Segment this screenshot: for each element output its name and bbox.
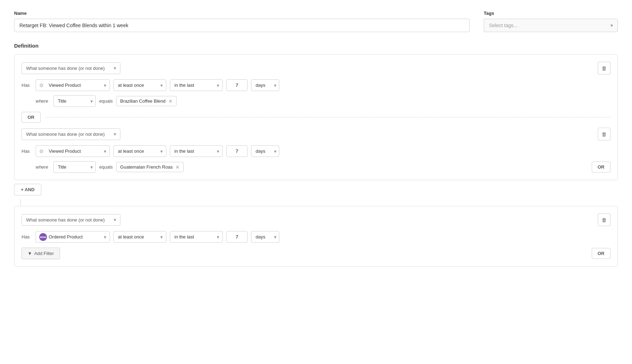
time-select-1[interactable]: in the last: [170, 79, 223, 91]
add-filter-label: Add Filter: [34, 251, 54, 256]
and-button[interactable]: + AND: [14, 184, 41, 195]
has-label-1: Has: [22, 83, 32, 88]
unit-select-1-wrap: days: [251, 79, 279, 91]
or-divider-line-1: [46, 117, 611, 117]
value-tag-text-1: Brazilian Coffee Blend: [120, 98, 165, 104]
what-done-select-2-wrap: What someone has done (or not done): [22, 128, 120, 140]
or-button-2-right[interactable]: OR: [592, 162, 611, 172]
unit-select-3[interactable]: days: [251, 231, 279, 243]
time-select-2[interactable]: in the last: [170, 145, 223, 157]
has-row-3: Has woo Ordered Product at least once in…: [22, 231, 610, 243]
add-filter-button[interactable]: ▼ Add Filter: [22, 248, 60, 259]
title-select-2[interactable]: Title: [53, 161, 96, 173]
condition-group-1: What someone has done (or not done) 🗑 Ha…: [14, 54, 618, 180]
where-label-1: where: [36, 98, 50, 104]
where-label-2: where: [36, 164, 50, 170]
delete-block-3-button[interactable]: 🗑: [598, 213, 610, 226]
name-label: Name: [14, 11, 470, 16]
value-tag-1: Brazilian Coffee Blend ✕: [116, 96, 176, 106]
where-row-1: where Title equals Brazilian Coffee Blen…: [36, 95, 610, 107]
time-select-1-wrap: in the last: [170, 79, 223, 91]
has-row-2: Has ⚙ Viewed Product at least once in th…: [22, 145, 610, 157]
freq-select-1[interactable]: at least once: [113, 79, 166, 91]
time-select-3[interactable]: in the last: [170, 231, 223, 243]
event-select-3[interactable]: Ordered Product: [36, 231, 110, 243]
trash-icon: 🗑: [602, 65, 607, 71]
time-select-2-wrap: in the last: [170, 145, 223, 157]
freq-select-2[interactable]: at least once: [113, 145, 166, 157]
freq-select-1-wrap: at least once: [113, 79, 166, 91]
freq-select-3[interactable]: at least once: [113, 231, 166, 243]
delete-block-1-button[interactable]: 🗑: [598, 62, 610, 74]
value-tag-close-2[interactable]: ✕: [175, 165, 180, 170]
value-tag-2: Guatemalan French Roas ✕: [116, 162, 184, 172]
event-select-1[interactable]: Viewed Product: [36, 79, 110, 91]
equals-label-2: equals: [99, 164, 113, 170]
has-label-3: Has: [22, 234, 32, 239]
title-select-1-wrap: Title: [53, 95, 96, 107]
number-input-2[interactable]: [226, 145, 248, 157]
tags-select[interactable]: Select tags...: [484, 19, 618, 32]
event-select-3-wrap: woo Ordered Product: [36, 231, 110, 243]
event-select-2-wrap: ⚙ Viewed Product: [36, 145, 110, 157]
trash-icon-3: 🗑: [602, 217, 607, 223]
or-button-1[interactable]: OR: [22, 112, 41, 123]
or-button-3-right[interactable]: OR: [592, 248, 611, 259]
and-connector: [20, 199, 21, 206]
condition-group-2: What someone has done (or not done) 🗑 Ha…: [14, 206, 618, 267]
where-row-2: where Title equals Guatemalan French Roa…: [36, 161, 184, 173]
filter-icon: ▼: [28, 251, 32, 256]
bottom-row-3: ▼ Add Filter OR: [22, 248, 610, 259]
number-input-3[interactable]: [226, 231, 248, 243]
what-done-select-2[interactable]: What someone has done (or not done): [22, 128, 120, 140]
trash-icon-2: 🗑: [602, 131, 607, 137]
freq-select-3-wrap: at least once: [113, 231, 166, 243]
title-select-1[interactable]: Title: [53, 95, 96, 107]
title-select-2-wrap: Title: [53, 161, 96, 173]
what-done-select-1-wrap: What someone has done (or not done): [22, 62, 120, 74]
unit-select-2[interactable]: days: [251, 145, 279, 157]
freq-select-2-wrap: at least once: [113, 145, 166, 157]
what-done-select-3[interactable]: What someone has done (or not done): [22, 214, 120, 226]
number-input-1[interactable]: [226, 79, 248, 91]
unit-select-3-wrap: days: [251, 231, 279, 243]
unit-select-2-wrap: days: [251, 145, 279, 157]
or-divider-1: OR: [22, 112, 610, 123]
tags-label: Tags: [484, 11, 618, 16]
what-done-select-1[interactable]: What someone has done (or not done): [22, 62, 120, 74]
has-label-2: Has: [22, 148, 32, 154]
definition-label: Definition: [14, 43, 618, 49]
what-done-select-3-wrap: What someone has done (or not done): [22, 214, 120, 226]
condition-block-1: What someone has done (or not done) 🗑 Ha…: [22, 62, 610, 107]
equals-label-1: equals: [99, 98, 113, 104]
value-tag-close-1[interactable]: ✕: [168, 99, 173, 104]
value-tag-text-2: Guatemalan French Roas: [120, 164, 173, 170]
event-select-2[interactable]: Viewed Product: [36, 145, 110, 157]
delete-block-2-button[interactable]: 🗑: [598, 128, 610, 140]
event-select-1-wrap: ⚙ Viewed Product: [36, 79, 110, 91]
condition-block-3: What someone has done (or not done) 🗑 Ha…: [22, 213, 610, 259]
condition-block-2: What someone has done (or not done) 🗑 Ha…: [22, 128, 610, 173]
time-select-3-wrap: in the last: [170, 231, 223, 243]
unit-select-1[interactable]: days: [251, 79, 279, 91]
name-input[interactable]: [14, 19, 470, 32]
has-row-1: Has ⚙ Viewed Product at least once in th…: [22, 79, 610, 91]
